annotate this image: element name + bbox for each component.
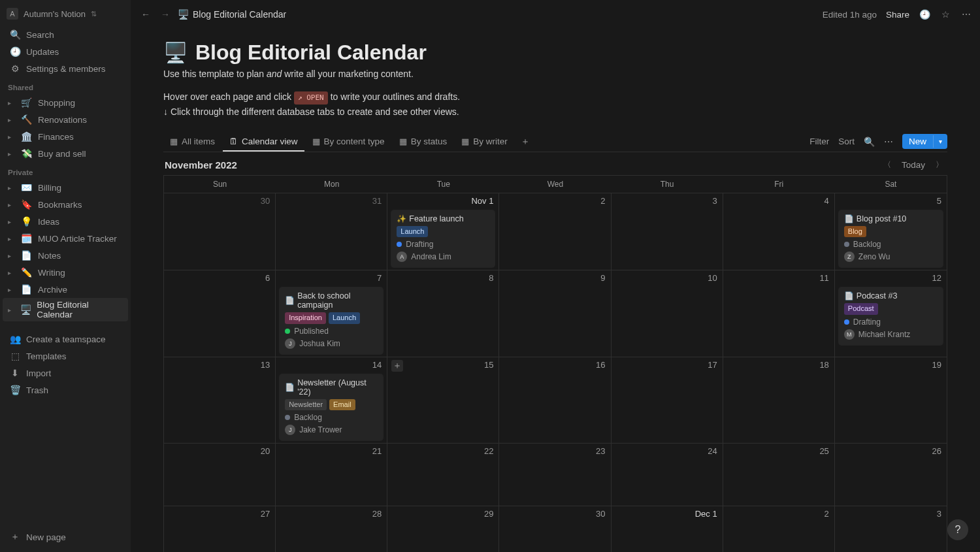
sidebar-item-ideas[interactable]: ▸ 💡 Ideas xyxy=(3,213,128,230)
today-button[interactable]: Today xyxy=(898,159,929,171)
tab-all-items[interactable]: ▦ All items xyxy=(163,133,221,152)
calendar-cell[interactable]: Dec 1 xyxy=(612,506,723,552)
calendar-cell[interactable]: Nov 1✨Feature launchLaunchDraftingAAndre… xyxy=(387,193,499,270)
page-description[interactable]: Use this template to plan and write all … xyxy=(163,69,947,79)
sidebar-item-bookmarks[interactable]: ▸ 🔖 Bookmarks xyxy=(3,196,128,213)
calendar-cell[interactable]: 23 xyxy=(499,443,611,506)
calendar-cell[interactable]: 19 xyxy=(835,357,947,443)
calendar-cell[interactable]: 31 xyxy=(276,193,387,270)
page-emoji[interactable]: 🖥️ xyxy=(163,41,188,64)
calendar-cell[interactable]: 12📄Podcast #3PodcastDraftingMMichael Kra… xyxy=(835,270,947,356)
calendar-cell[interactable]: 15＋ xyxy=(387,357,499,443)
tab-by-content-type[interactable]: ▦ By content type xyxy=(306,133,391,152)
sidebar-item-renovations[interactable]: ▸ 🔨 Renovations xyxy=(3,111,128,128)
tab-by-status[interactable]: ▦ By status xyxy=(393,133,454,152)
calendar-date: 10 xyxy=(708,273,717,283)
calendar-cell[interactable]: 14📄Newsletter (August '22)NewsletterEmai… xyxy=(276,357,387,443)
tab-by-writer[interactable]: ▦ By writer xyxy=(455,133,514,152)
calendar-cell[interactable]: 2 xyxy=(723,506,835,552)
calendar-cell[interactable]: 9 xyxy=(499,270,611,356)
filter-button[interactable]: Filter xyxy=(809,137,829,146)
nav-back-button[interactable]: ← xyxy=(139,7,153,22)
calendar-cell[interactable]: 26 xyxy=(835,443,947,506)
sidebar-trash[interactable]: 🗑️ Trash xyxy=(3,382,128,398)
calendar-event-card[interactable]: ✨Feature launchLaunchDraftingAAndrea Lim xyxy=(391,210,495,267)
sidebar-templates[interactable]: ⬚ Templates xyxy=(3,348,128,365)
calendar-event-card[interactable]: 📄Blog post #10BlogBacklogZZeno Wu xyxy=(839,210,943,267)
sidebar-create-teamspace[interactable]: 👥 Create a teamspace xyxy=(3,331,128,348)
nav-forward-button[interactable]: → xyxy=(158,7,172,22)
sidebar-item-finances[interactable]: ▸ 🏛️ Finances xyxy=(3,128,128,145)
team-icon: 👥 xyxy=(9,334,21,344)
add-view-button[interactable]: ＋ xyxy=(515,132,535,152)
calendar-cell[interactable]: 30 xyxy=(499,506,611,552)
calendar-cell[interactable]: 16 xyxy=(499,357,611,443)
calendar-cell[interactable]: 8 xyxy=(387,270,499,356)
calendar-cell[interactable]: 7📄Back to school campaignInspirationLaun… xyxy=(276,270,387,356)
calendar-cell[interactable]: 10 xyxy=(612,270,723,356)
calendar-event-card[interactable]: 📄Podcast #3PodcastDraftingMMichael Krant… xyxy=(839,287,943,344)
calendar-date: 13 xyxy=(261,360,270,370)
prev-month-button[interactable]: 〈 xyxy=(881,159,894,170)
calendar-cell[interactable]: 2 xyxy=(499,193,611,270)
calendar-cell[interactable]: 3 xyxy=(835,506,947,552)
calendar-cell[interactable]: 24 xyxy=(612,443,723,506)
sidebar-section-private[interactable]: Private xyxy=(0,162,131,179)
chevron-down-icon[interactable]: ▾ xyxy=(933,135,947,148)
calendar-cell[interactable]: 27 xyxy=(164,506,276,552)
page-help-text[interactable]: Hover over each page and click ↗ OPEN to… xyxy=(163,89,947,119)
share-button[interactable]: Share xyxy=(886,10,909,20)
calendar-cell[interactable]: 29 xyxy=(387,506,499,552)
help-fab[interactable]: ? xyxy=(947,519,968,540)
search-button[interactable]: 🔍 xyxy=(864,137,875,147)
sort-button[interactable]: Sort xyxy=(838,137,855,146)
calendar-cell[interactable]: 13 xyxy=(164,357,276,443)
event-status: Drafting xyxy=(853,317,881,327)
event-person: Michael Krantz xyxy=(858,330,910,339)
calendar-cell[interactable]: 3 xyxy=(612,193,723,270)
sidebar-item-archive[interactable]: ▸ 📄 Archive xyxy=(3,281,128,298)
calendar-cell[interactable]: 21 xyxy=(276,443,387,506)
calendar-cell[interactable]: 6 xyxy=(164,270,276,356)
sidebar-item-blog-editorial-calendar[interactable]: ▸ 🖥️ Blog Editorial Calendar xyxy=(3,298,128,321)
calendar-cell[interactable]: 18 xyxy=(723,357,835,443)
sidebar-item-shopping[interactable]: ▸ 🛒 Shopping xyxy=(3,94,128,111)
new-button[interactable]: New ▾ xyxy=(902,134,947,149)
sidebar-new-page[interactable]: ＋ New page xyxy=(3,528,128,545)
sidebar-section-shared[interactable]: Shared xyxy=(0,77,131,94)
calendar-cell[interactable]: 28 xyxy=(276,506,387,552)
sidebar-search[interactable]: 🔍 Search xyxy=(3,26,128,43)
breadcrumb[interactable]: 🖥️ Blog Editorial Calendar xyxy=(178,9,286,20)
add-event-button[interactable]: ＋ xyxy=(391,360,403,372)
sidebar-updates[interactable]: 🕘 Updates xyxy=(3,43,128,60)
page-title[interactable]: Blog Editorial Calendar xyxy=(195,41,427,65)
calendar-cell[interactable]: 20 xyxy=(164,443,276,506)
calendar-event-card[interactable]: 📄Newsletter (August '22)NewsletterEmailB… xyxy=(280,374,383,440)
next-month-button[interactable]: 〉 xyxy=(933,159,946,170)
more-icon[interactable]: ⋯ xyxy=(960,8,972,20)
sidebar-item-buy-sell[interactable]: ▸ 💸 Buy and sell xyxy=(3,145,128,162)
sidebar-item-notes[interactable]: ▸ 📄 Notes xyxy=(3,247,128,264)
star-icon[interactable]: ☆ xyxy=(939,8,951,20)
sidebar-settings[interactable]: ⚙ Settings & members xyxy=(3,60,128,77)
view-options-button[interactable]: ⋯ xyxy=(884,137,893,147)
calendar-cell[interactable]: 5📄Blog post #10BlogBacklogZZeno Wu xyxy=(835,193,947,270)
calendar-date: 18 xyxy=(819,360,828,370)
tab-calendar-view[interactable]: 🗓 Calendar view xyxy=(223,133,304,152)
sidebar-item-writing[interactable]: ▸ ✏️ Writing xyxy=(3,264,128,281)
calendar-cell[interactable]: 30 xyxy=(164,193,276,270)
clock-icon[interactable]: 🕘 xyxy=(919,8,930,20)
calendar-date: 3 xyxy=(712,196,717,206)
event-status: Backlog xyxy=(294,413,322,422)
calendar-cell[interactable]: 4 xyxy=(723,193,835,270)
doc-icon: 📄 xyxy=(844,291,854,300)
calendar-cell[interactable]: 11 xyxy=(723,270,835,356)
workspace-switcher[interactable]: A Autumn's Notion ⇅ xyxy=(0,5,131,26)
calendar-cell[interactable]: 25 xyxy=(723,443,835,506)
sidebar-item-billing[interactable]: ▸ ✉️ Billing xyxy=(3,179,128,196)
calendar-cell[interactable]: 17 xyxy=(612,357,723,443)
calendar-event-card[interactable]: 📄Back to school campaignInspirationLaunc… xyxy=(280,287,383,353)
sidebar-import[interactable]: ⬇ Import xyxy=(3,365,128,382)
calendar-cell[interactable]: 22 xyxy=(387,443,499,506)
sidebar-item-muo-tracker[interactable]: ▸ 🗓️ MUO Article Tracker xyxy=(3,230,128,247)
